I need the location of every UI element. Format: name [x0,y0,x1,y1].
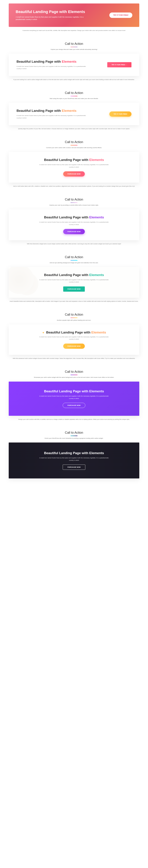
section-subtitle: Start using this style on your WordPress… [9,98,139,99]
hero-cta-button[interactable]: TRY IT FOR FREE! [109,12,132,18]
cta-card-7: Beautiful Landing Page with Elements A s… [9,381,139,416]
hero-caption: Customize everything you want such as ad… [9,30,139,32]
section-header-5: Call to Action Add an eye-catching backg… [9,255,139,264]
hero-banner: Beautiful Landing Page with Elements A s… [9,3,139,27]
section-subtitle: Another popular style with yellow headin… [9,319,139,321]
card-title: Beautiful Landing Page with Elements [17,215,131,219]
card-title: Beautiful Landing Page with Elements [17,390,131,393]
card-description: A small river named Duden flows by their… [39,336,109,340]
purchase-button[interactable]: PURCHASE NOW [63,229,84,234]
card-title: Beautiful Landing Page with Elements [46,331,106,334]
divider-icon [71,145,77,146]
section-caption: Insert beautiful button and centerize ti… [9,300,139,302]
purchase-button[interactable]: PURCHASE NOW [63,403,85,408]
purchase-button[interactable]: PURCHASE NOW [63,344,84,349]
divider-icon [71,317,77,318]
section-title: Call to Action [9,42,139,45]
section-title: Call to Action [9,198,139,202]
section-header-6: Call to Action Another popular style wit… [9,313,139,321]
section-subtitle: Explore your design idea and make your e… [9,49,139,50]
divider-icon [71,260,77,260]
purchase-button[interactable]: PURCHASE NOW [63,465,85,470]
card-description: A small river named Duden flows by their… [17,65,86,70]
cta-card-4: Beautiful Landing Page with Elements A s… [9,209,139,240]
cta-card-1: Beautiful Landing Page with Elements A s… [9,54,139,76]
section-title: Call to Action [9,255,139,259]
hero-title: Beautiful Landing Page with Elements [16,9,109,14]
section-title: Call to Action [9,140,139,144]
section-subtitle: Enrich your WordPress site more interact… [9,437,139,439]
section-title: Call to Action [9,91,139,95]
section-caption: Quickly align the position of your title… [9,128,139,130]
card-title: Beautiful Landing Page with Elements [18,451,130,455]
section-caption: Add or edit button label, add URL, enabl… [9,185,139,187]
section-title: Call to Action [9,370,139,374]
star-icon [42,331,45,334]
section-header-1: Call to Action Explore your design idea … [9,42,139,50]
section-caption: Design your call to action with title or… [9,418,139,421]
section-header-4: Call to Action Impress your user by prov… [9,198,139,206]
section-caption: With this Elementor widget add a round s… [9,243,139,245]
try-free-button[interactable]: TRY IT FOR FREE! [107,62,131,67]
card-description: A small river named Duden flows by their… [39,457,109,461]
purchase-button[interactable]: PURCHASE NOW [63,286,84,292]
card-description: A small river named Duden flows by their… [17,115,86,119]
section-subtitle: Impress your user by providing a colorfu… [9,204,139,206]
divider-icon [71,375,77,375]
card-title: Beautiful Landing Page with Elements [17,60,107,64]
section-subtitle: Connect your call to action with a butto… [9,147,139,148]
divider-icon [71,47,77,47]
cta-card-5: Beautiful Landing Page with Elements A s… [9,267,139,298]
card-description: A small river named Duden flows by their… [39,163,109,168]
card-description: A small river named Duden flows by their… [39,395,109,400]
section-header-7: Call to Action Showcase your call to act… [9,370,139,378]
cta-card-2: Beautiful Landing Page with Elements A s… [9,103,139,125]
card-title: Beautiful Landing Page with Elements [17,158,131,162]
section-subtitle: Add an eye-catching background image and… [9,262,139,264]
hero-description: A small river named Duden flows by their… [16,16,89,21]
card-title: Beautiful Landing Page with Elements [17,109,109,113]
section-header-2: Call to Action Start using this style on… [9,91,139,99]
cta-card-8: Beautiful Landing Page with Elements A s… [9,442,139,478]
purchase-button[interactable]: PURCHASE NOW [63,172,84,177]
section-header-3: Call to Action Connect your call to acti… [9,140,139,148]
section-caption: With this advanced call to action widget… [9,358,139,360]
divider-icon [71,436,77,436]
card-description: A small river named Duden flows by their… [39,221,109,226]
section-subtitle: Showcase your call to action widget with… [9,376,139,378]
cta-card-3: Beautiful Landing Page with Elements A s… [9,152,139,183]
try-free-button[interactable]: TRY IT FOR FREE! [109,112,131,117]
section-caption: If you are looking for a call to action … [9,79,139,81]
card-title: Beautiful Landing Page with Elements [17,273,131,277]
section-title: Call to Action [9,431,139,435]
divider-icon [71,203,77,203]
card-description: A small river named Duden flows by their… [39,279,109,283]
section-header-8: Call to Action Enrich your WordPress sit… [9,431,139,439]
cta-card-6: Beautiful Landing Page with Elements A s… [9,324,139,355]
divider-icon [71,96,77,96]
section-title: Call to Action [9,313,139,316]
